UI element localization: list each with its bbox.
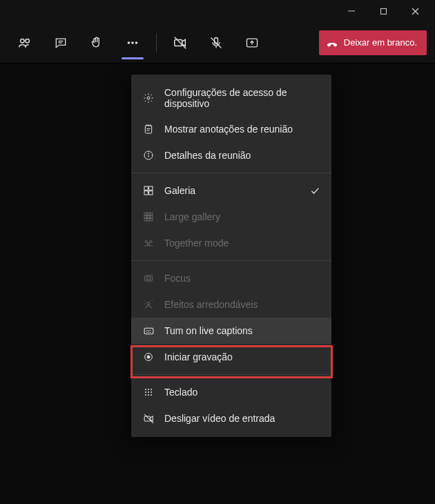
- menu-label: Teclado: [164, 387, 197, 398]
- meeting-toolbar: Deixar em branco.: [0, 22, 435, 64]
- mic-off-icon: [209, 36, 223, 50]
- notes-icon: [142, 123, 155, 135]
- svg-point-52: [147, 356, 150, 358]
- cc-icon: CC: [142, 324, 155, 337]
- chat-button[interactable]: [44, 28, 77, 58]
- svg-rect-36: [151, 215, 153, 217]
- menu-large-gallery: Large gallery: [131, 204, 331, 230]
- svg-point-42: [147, 243, 149, 245]
- more-icon: [125, 35, 140, 50]
- svg-point-61: [151, 394, 152, 396]
- svg-rect-1: [380, 8, 386, 14]
- large-gallery-icon: [142, 211, 155, 223]
- svg-text:CC: CC: [146, 329, 151, 333]
- svg-point-45: [147, 302, 150, 305]
- share-button[interactable]: [235, 28, 269, 58]
- svg-rect-30: [149, 191, 153, 195]
- svg-point-58: [151, 391, 152, 393]
- menu-separator: [131, 374, 331, 375]
- maximize-button[interactable]: [367, 0, 399, 22]
- menu-label: Detalhes da reunião: [164, 150, 251, 161]
- svg-line-63: [144, 414, 153, 423]
- mic-button[interactable]: [200, 28, 233, 58]
- menu-together-mode: Together mode: [131, 230, 331, 256]
- toolbar-divider: [156, 33, 157, 52]
- focus-icon: [142, 272, 155, 284]
- leave-label: Deixar em branco.: [344, 37, 417, 48]
- raise-hand-button[interactable]: [80, 28, 113, 58]
- camera-button[interactable]: [164, 28, 197, 58]
- svg-rect-38: [147, 219, 149, 221]
- svg-point-41: [150, 240, 152, 242]
- people-icon: [17, 35, 32, 50]
- close-button[interactable]: [399, 0, 431, 22]
- svg-point-9: [131, 41, 134, 44]
- menu-label: Mostrar anotações de reunião: [164, 124, 293, 135]
- menu-meeting-details[interactable]: Detalhes da reunião: [131, 142, 331, 168]
- svg-rect-43: [145, 275, 153, 281]
- hangup-icon: [326, 37, 338, 49]
- svg-rect-39: [151, 219, 153, 221]
- svg-rect-27: [144, 186, 148, 190]
- menu-label: Galeria: [164, 185, 195, 196]
- svg-rect-44: [146, 277, 150, 280]
- svg-point-8: [128, 41, 130, 44]
- svg-line-48: [144, 304, 145, 304]
- menu-meeting-notes[interactable]: Mostrar anotações de reunião: [131, 116, 331, 142]
- svg-point-26: [148, 153, 148, 154]
- svg-line-47: [152, 300, 153, 301]
- effects-icon: [142, 298, 155, 311]
- svg-point-54: [148, 389, 149, 390]
- svg-rect-35: [147, 215, 149, 217]
- menu-label: Large gallery: [164, 211, 220, 222]
- minimize-button[interactable]: [336, 0, 367, 22]
- incoming-video-off-icon: [142, 412, 155, 425]
- menu-label: Efeitos arredondáveis: [164, 299, 258, 310]
- people-button[interactable]: [8, 28, 41, 58]
- menu-label: Desligar vídeo de entrada: [164, 413, 275, 424]
- gear-icon: [142, 92, 155, 104]
- svg-line-12: [175, 37, 186, 48]
- menu-label: Tum on live captions: [164, 325, 253, 336]
- menu-label: Focus: [164, 273, 191, 284]
- leave-button[interactable]: Deixar em branco.: [319, 30, 427, 55]
- menu-label: Together mode: [164, 238, 229, 249]
- record-icon: [142, 351, 155, 363]
- svg-rect-18: [145, 126, 151, 133]
- more-actions-button[interactable]: [116, 28, 149, 58]
- svg-point-59: [145, 394, 146, 396]
- svg-point-57: [148, 391, 149, 393]
- svg-point-56: [145, 391, 146, 393]
- svg-rect-37: [144, 219, 146, 221]
- keypad-icon: [142, 386, 155, 398]
- menu-live-captions[interactable]: CC Tum on live captions: [131, 318, 331, 344]
- svg-point-4: [21, 39, 24, 43]
- menu-gallery[interactable]: Galeria: [131, 177, 331, 204]
- svg-rect-34: [144, 215, 146, 217]
- gallery-icon: [142, 184, 155, 197]
- svg-point-10: [135, 41, 138, 44]
- together-icon: [142, 237, 155, 249]
- camera-off-icon: [173, 35, 188, 50]
- svg-point-40: [145, 240, 147, 242]
- svg-rect-28: [149, 186, 153, 190]
- svg-line-46: [144, 300, 145, 301]
- menu-device-settings[interactable]: Configurações de acesso de dispositivo: [131, 80, 331, 116]
- more-actions-menu: Configurações de acesso de dispositivo M…: [131, 75, 331, 437]
- share-icon: [245, 36, 259, 50]
- svg-rect-32: [147, 213, 149, 215]
- hand-icon: [90, 36, 104, 50]
- svg-point-60: [148, 394, 149, 396]
- svg-point-55: [151, 389, 152, 390]
- window-titlebar: [0, 0, 435, 22]
- svg-point-17: [147, 97, 150, 99]
- info-icon: [142, 149, 155, 162]
- svg-point-53: [145, 389, 146, 390]
- menu-start-recording[interactable]: Iniciar gravação: [131, 344, 331, 370]
- menu-label: Configurações de acesso de dispositivo: [164, 87, 320, 109]
- check-icon: [309, 185, 320, 196]
- menu-background-effects: Efeitos arredondáveis: [131, 291, 331, 318]
- menu-keypad[interactable]: Teclado: [131, 379, 331, 405]
- menu-turn-off-incoming-video[interactable]: Desligar vídeo de entrada: [131, 405, 331, 432]
- svg-point-5: [26, 39, 29, 43]
